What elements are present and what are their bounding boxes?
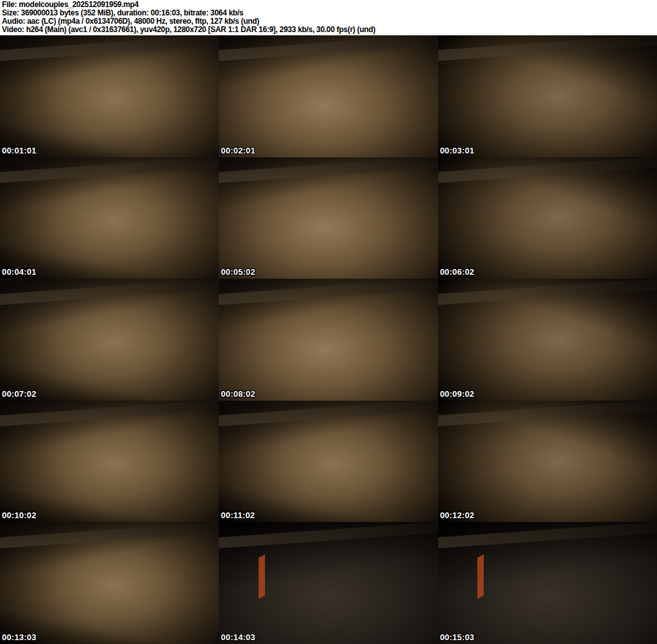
video-frame-thumbnail: 00:04:01 (0, 157, 219, 279)
video-frame-thumbnail: 00:12:02 (438, 401, 657, 523)
frame-timestamp: 00:01:01 (2, 146, 37, 155)
frame-timestamp: 00:13:03 (2, 632, 37, 642)
frame-timestamp: 00:14:03 (221, 632, 255, 642)
frame-timestamp: 00:07:02 (2, 389, 37, 399)
metadata-header: File: modelcouples_202512091959.mp4 Size… (0, 0, 657, 35)
video-frame-thumbnail: 00:07:02 (0, 279, 219, 401)
frame-timestamp: 00:04:01 (2, 267, 37, 277)
video-frame-thumbnail: 00:15:03 (438, 522, 657, 644)
video-frame-thumbnail: 00:10:02 (0, 401, 219, 523)
frame-timestamp: 00:08:02 (221, 389, 255, 399)
frame-timestamp: 00:06:02 (440, 267, 475, 277)
metadata-video-line: Video: h264 (Main) (avc1 / 0x31637661), … (2, 26, 654, 34)
video-frame-thumbnail: 00:11:02 (219, 401, 438, 523)
video-frame-thumbnail: 00:03:01 (438, 35, 657, 157)
frame-timestamp: 00:10:02 (2, 510, 37, 520)
video-frame-thumbnail: 00:02:01 (219, 35, 438, 157)
video-frame-thumbnail: 00:05:02 (219, 157, 438, 279)
frame-timestamp: 00:11:02 (221, 510, 255, 520)
frame-timestamp: 00:15:03 (440, 632, 475, 642)
thumbnail-grid: 00:01:0100:02:0100:03:0100:04:0100:05:02… (0, 35, 657, 644)
video-frame-thumbnail: 00:14:03 (219, 522, 438, 644)
video-contact-sheet: File: modelcouples_202512091959.mp4 Size… (0, 0, 657, 644)
frame-timestamp: 00:02:01 (221, 146, 255, 155)
video-frame-thumbnail: 00:09:02 (438, 279, 657, 401)
frame-timestamp: 00:12:02 (440, 510, 475, 520)
video-frame-thumbnail: 00:06:02 (438, 157, 657, 279)
frame-timestamp: 00:03:01 (440, 146, 475, 155)
video-frame-thumbnail: 00:13:03 (0, 522, 219, 644)
frame-timestamp: 00:05:02 (221, 267, 255, 277)
frame-timestamp: 00:09:02 (440, 389, 475, 399)
video-frame-thumbnail: 00:01:01 (0, 35, 219, 157)
video-frame-thumbnail: 00:08:02 (219, 279, 438, 401)
